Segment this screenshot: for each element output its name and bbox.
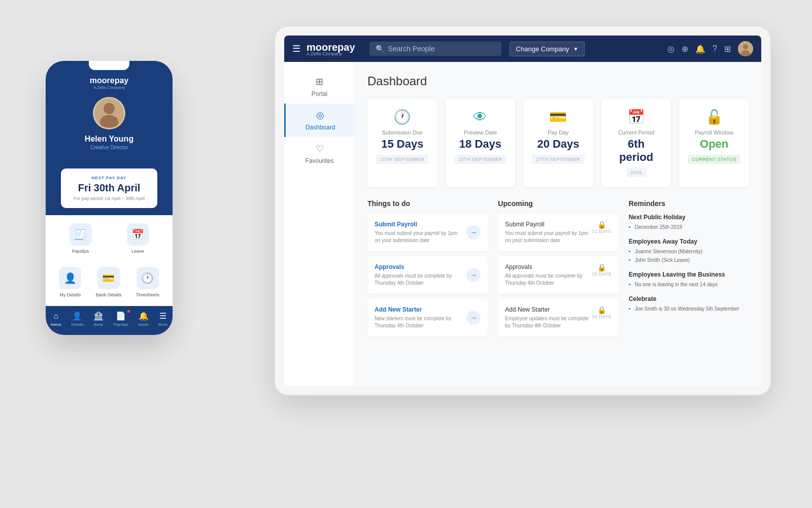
- reminder-public-holiday: Next Public Holiday December 25th 2019: [629, 214, 749, 231]
- todo-desc-approvals: All approvals must be complete by Thursd…: [375, 273, 461, 287]
- sidebar-item-dashboard[interactable]: ◎ Dashboard: [284, 104, 355, 137]
- alerts-label: Alerts: [138, 322, 148, 327]
- bank-icon: 🏦: [93, 311, 104, 321]
- stat-value-submission: 15 Days: [381, 138, 423, 151]
- grid-icon[interactable]: ⊞: [724, 44, 731, 54]
- phone-logo-block: moorepay A Zellis Company: [56, 76, 162, 90]
- payday-label: NEXT PAY DAY: [68, 176, 150, 180]
- favourites-icon: ♡: [316, 143, 324, 154]
- reminder-item-leaving: No one is leaving in the next 14 days: [629, 281, 749, 288]
- timesheets-label: Timesheets: [136, 292, 159, 297]
- payslips-icon: 🧾: [70, 223, 92, 246]
- plus-icon[interactable]: ⊕: [682, 44, 688, 54]
- alerts-icon: 🔔: [139, 311, 149, 321]
- todo-item-new-starter[interactable]: Add New Starter New starters must be com…: [367, 299, 488, 336]
- upcoming-section: Upcoming Submit Payroll You must submit …: [498, 199, 618, 342]
- days-count-approvals: 15 DAYS: [592, 272, 611, 277]
- phone-nav-alerts[interactable]: 🔔 Alerts: [138, 311, 148, 327]
- todo-arrow-new-starter[interactable]: →: [466, 311, 481, 325]
- stat-label-payroll: Payroll Window: [695, 129, 733, 136]
- phone-bottom-nav: ⌂ Home 👤 Details 🏦 Bank 📄 Payslips: [46, 306, 173, 335]
- stats-row: 🕐 Submission Due 15 Days 20TH SEPTEMBER …: [367, 98, 749, 187]
- todo-arrow-approvals[interactable]: →: [466, 268, 481, 282]
- phone-action-leave[interactable]: 📅 Leave: [127, 223, 149, 254]
- tablet: ☰ moorepay A Zellis Company 🔍 Search Peo…: [274, 25, 771, 396]
- sidebar-item-portal[interactable]: ⊞ Portal: [284, 70, 355, 104]
- days-count-new-starter: 18 DAYS: [592, 314, 611, 319]
- bank-label: Bank: [94, 322, 103, 327]
- phone-nav-details[interactable]: 👤 Details: [71, 311, 83, 327]
- search-bar[interactable]: 🔍 Search People: [369, 42, 501, 56]
- sidebar-item-label: Favourites: [305, 157, 333, 164]
- user-avatar[interactable]: [738, 41, 753, 56]
- change-company-label: Change Company: [516, 45, 569, 53]
- more-icon: ☰: [159, 311, 166, 321]
- reminder-celebrate: Celebrate Joe Smith is 30 on Wednesday 5…: [629, 295, 749, 313]
- phone-actions-row-2: 👤 My Details 💳 Bank Details 🕐 Timesheets: [52, 259, 166, 302]
- three-columns: Things to do Submit Payroll You must sub…: [367, 199, 749, 342]
- payslips-label: Payslips: [72, 249, 89, 254]
- stat-card-payroll-window: 🔓 Payroll Window Open CURRENT STATUS: [679, 98, 749, 187]
- change-company-button[interactable]: Change Company ▼: [510, 42, 585, 56]
- stat-value-payday: 20 Days: [537, 138, 579, 151]
- stat-card-submission: 🕐 Submission Due 15 Days 20TH SEPTEMBER: [367, 98, 437, 187]
- stat-date-period: 2019: [627, 168, 646, 177]
- days-count-submit: 11 DAYS: [592, 229, 611, 234]
- stat-value-payroll: Open: [700, 138, 728, 151]
- phone-nav-bank[interactable]: 🏦 Bank: [93, 311, 104, 327]
- sidebar-item-favourites[interactable]: ♡ Favourites: [284, 137, 355, 171]
- phone-nav-payslips[interactable]: 📄 Payslips: [113, 311, 128, 327]
- upcoming-item-submit: Submit Payroll You must submit your payr…: [498, 214, 618, 251]
- todo-item-submit-payroll[interactable]: Submit Payroll You must submit your payr…: [367, 214, 488, 251]
- phone-action-my-details[interactable]: 👤 My Details: [59, 267, 81, 297]
- payday-day: Fri 30th April: [68, 182, 150, 194]
- phone: moorepay A Zellis Company Helen Young Cr…: [46, 61, 173, 335]
- home-label: Home: [51, 322, 61, 327]
- phone-action-bank-details[interactable]: 💳 Bank Details: [96, 267, 122, 297]
- bank-details-label: Bank Details: [96, 292, 122, 297]
- stat-label-preview: Preview Date: [464, 129, 497, 136]
- stat-date-payroll: CURRENT STATUS: [688, 155, 740, 164]
- todo-title: Things to do: [367, 199, 488, 208]
- tablet-inner: ☰ moorepay A Zellis Company 🔍 Search Peo…: [284, 36, 761, 386]
- stat-card-period: 📅 Current Period 6th period 2019: [601, 98, 671, 187]
- phone-inner: moorepay A Zellis Company Helen Young Cr…: [46, 61, 173, 335]
- more-label: More: [158, 322, 167, 327]
- leave-icon: 📅: [127, 223, 149, 246]
- upcoming-title: Upcoming: [498, 199, 618, 208]
- compass-icon[interactable]: ◎: [667, 44, 674, 54]
- wallet-icon: 💳: [549, 109, 567, 125]
- phone-action-timesheets[interactable]: 🕐 Timesheets: [136, 267, 159, 297]
- payslips-badge: [127, 310, 130, 313]
- stat-date-submission: 20TH SEPTEMBER: [376, 155, 428, 164]
- phone-header: moorepay A Zellis Company Helen Young Cr…: [46, 61, 173, 160]
- home-icon: ⌂: [53, 312, 58, 321]
- todo-item-approvals[interactable]: Approvals All approvals must be complete…: [367, 256, 488, 294]
- hamburger-icon[interactable]: ☰: [292, 43, 300, 54]
- svg-point-1: [743, 44, 748, 49]
- search-icon: 🔍: [376, 45, 384, 53]
- phone-user-role: Creative Director: [56, 145, 162, 150]
- reminders-section: Reminders Next Public Holiday December 2…: [629, 199, 749, 342]
- lock-icon-approvals: 🔒: [597, 263, 606, 272]
- reminder-away-today: Employees Away Today Joanne Stevenson (M…: [629, 238, 749, 264]
- phone-nav-more[interactable]: ☰ More: [158, 311, 167, 327]
- phone-action-payslips[interactable]: 🧾 Payslips: [70, 223, 92, 254]
- upcoming-desc-new-starter: Employee updates must be complete by Thu…: [505, 315, 592, 329]
- stat-value-period: 6th period: [610, 138, 663, 164]
- lock-icon-new-starter: 🔒: [597, 306, 606, 314]
- phone-body: 🧾 Payslips 📅 Leave 👤 My Details 💳: [46, 215, 173, 306]
- phone-nav-home[interactable]: ⌂ Home: [51, 312, 61, 327]
- bell-icon[interactable]: 🔔: [695, 44, 705, 54]
- clock-icon: 🕐: [393, 109, 411, 125]
- reminder-item-away-2: John Smith (Sick Leave): [629, 257, 749, 264]
- sidebar: ⊞ Portal ◎ Dashboard ♡ Favourites: [284, 62, 355, 386]
- phone-logo-sub: A Zellis Company: [56, 85, 162, 90]
- todo-section: Things to do Submit Payroll You must sub…: [367, 199, 488, 342]
- main-content: Dashboard 🕐 Submission Due 15 Days 20TH …: [355, 62, 761, 386]
- svg-point-4: [104, 103, 115, 114]
- todo-arrow-submit[interactable]: →: [466, 225, 481, 240]
- payslips-nav-icon: 📄: [116, 311, 126, 321]
- payday-period: For pay period 1st April – 30th April: [68, 196, 150, 201]
- help-icon[interactable]: ?: [713, 44, 717, 53]
